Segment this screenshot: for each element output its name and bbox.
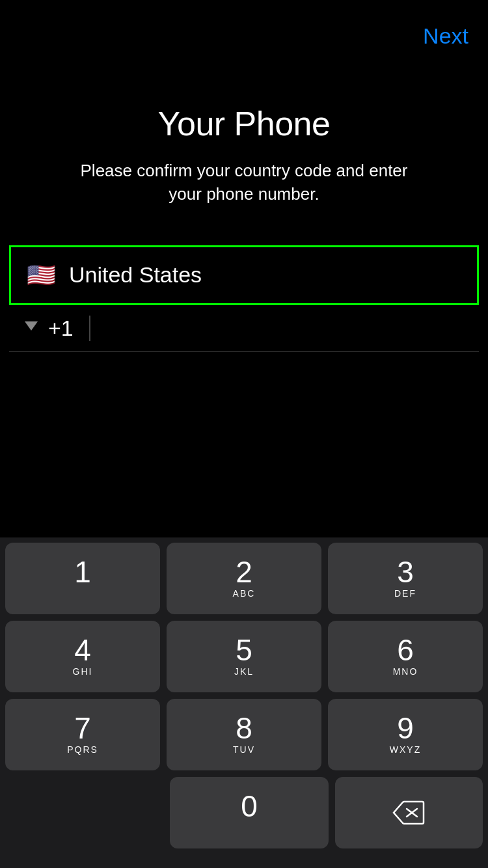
header: Next bbox=[0, 0, 488, 65]
next-button[interactable]: Next bbox=[423, 17, 468, 55]
key-7-letters: PQRS bbox=[67, 744, 98, 756]
key-7[interactable]: 7 PQRS bbox=[5, 699, 160, 770]
key-7-number: 7 bbox=[74, 713, 91, 743]
key-6-number: 6 bbox=[397, 635, 414, 665]
phone-input-section: +1 bbox=[9, 305, 479, 351]
dropdown-arrow-icon bbox=[25, 321, 38, 331]
keypad-row-4: 0 bbox=[5, 777, 483, 848]
key-6[interactable]: 6 MNO bbox=[328, 621, 483, 692]
key-5-letters: JKL bbox=[234, 666, 254, 678]
page-subtitle: Please confirm your country code and ent… bbox=[75, 159, 413, 206]
country-flag: 🇺🇸 bbox=[27, 262, 56, 289]
key-2-number: 2 bbox=[236, 557, 252, 587]
country-section: 🇺🇸 United States +1 bbox=[0, 245, 488, 352]
keypad-row-1: 1 2 ABC 3 DEF bbox=[5, 543, 483, 614]
key-8-number: 8 bbox=[236, 713, 252, 743]
country-code: +1 bbox=[48, 316, 90, 341]
key-1-number: 1 bbox=[74, 557, 91, 587]
key-9-letters: WXYZ bbox=[390, 744, 421, 756]
key-delete-button[interactable] bbox=[335, 777, 483, 848]
key-empty-left bbox=[5, 777, 163, 848]
key-4[interactable]: 4 GHI bbox=[5, 621, 160, 692]
page-title: Your Phone bbox=[158, 104, 331, 143]
key-1[interactable]: 1 bbox=[5, 543, 160, 614]
keypad: 1 2 ABC 3 DEF 4 GHI 5 JKL 6 bbox=[0, 537, 488, 868]
key-3-letters: DEF bbox=[394, 588, 416, 600]
key-3[interactable]: 3 DEF bbox=[328, 543, 483, 614]
key-9[interactable]: 9 WXYZ bbox=[328, 699, 483, 770]
delete-icon bbox=[392, 800, 425, 825]
key-9-number: 9 bbox=[397, 713, 414, 743]
key-3-number: 3 bbox=[397, 557, 414, 587]
screen: Next Your Phone Please confirm your coun… bbox=[0, 0, 488, 868]
key-8[interactable]: 8 TUV bbox=[167, 699, 321, 770]
key-2-letters: ABC bbox=[233, 588, 256, 600]
phone-number-input[interactable] bbox=[90, 316, 463, 341]
keypad-row-2: 4 GHI 5 JKL 6 MNO bbox=[5, 621, 483, 692]
title-section: Your Phone Please confirm your country c… bbox=[0, 85, 488, 219]
key-5[interactable]: 5 JKL bbox=[167, 621, 321, 692]
key-0[interactable]: 0 bbox=[170, 777, 328, 848]
keypad-row-3: 7 PQRS 8 TUV 9 WXYZ bbox=[5, 699, 483, 770]
key-5-number: 5 bbox=[236, 635, 252, 665]
country-selector[interactable]: 🇺🇸 United States bbox=[9, 245, 479, 305]
key-4-number: 4 bbox=[74, 635, 91, 665]
key-2[interactable]: 2 ABC bbox=[167, 543, 321, 614]
key-4-letters: GHI bbox=[73, 666, 93, 678]
spacer bbox=[0, 352, 488, 537]
country-name: United States bbox=[69, 262, 202, 288]
key-6-letters: MNO bbox=[393, 666, 418, 678]
key-8-letters: TUV bbox=[233, 744, 255, 756]
key-0-number: 0 bbox=[241, 791, 258, 821]
